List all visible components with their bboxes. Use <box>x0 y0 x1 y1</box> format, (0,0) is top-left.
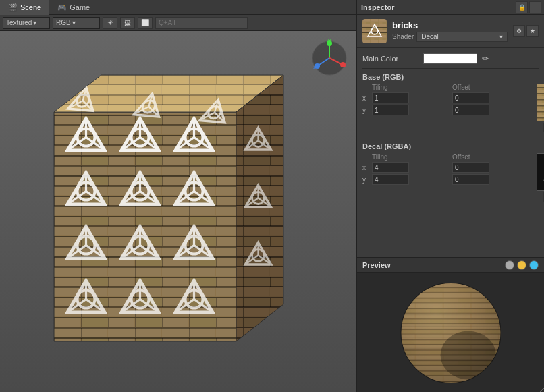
tiling-header: Tiling Offset <box>362 84 531 91</box>
preview-controls <box>505 260 539 270</box>
d-x-axis-label: x <box>362 164 371 171</box>
d-offset-col-label: Offset <box>452 153 489 161</box>
decal-rgba-section: Decal (RGBA) Tiling Offset <box>362 142 539 202</box>
star-button[interactable]: ★ <box>526 25 539 37</box>
y-axis-label: y <box>362 107 371 114</box>
material-header-btns: ⚙ ★ <box>513 25 539 37</box>
shader-label: Shader <box>392 33 414 40</box>
right-panel: Inspector 🔒 ☰ <box>356 0 544 392</box>
decal-texture-preview[interactable] <box>537 153 544 191</box>
base-tiling-x-input[interactable] <box>372 92 409 103</box>
tab-bar: 🎬 Scene 🎮 Game <box>0 0 356 15</box>
shader-chevron-icon: ▾ <box>499 33 503 40</box>
material-header: bricks Shader Decal ▾ ⚙ ★ <box>357 15 544 48</box>
decal-rgba-controls: Tiling Offset x <box>362 153 531 186</box>
inspector-tab-bar: Inspector 🔒 ☰ <box>357 0 544 15</box>
material-name: bricks <box>392 20 508 30</box>
scene-background: y x z <box>0 31 356 392</box>
offset-col-label: Offset <box>452 84 489 91</box>
preview-circle-1[interactable] <box>505 260 514 270</box>
scene-tab-label: Scene <box>20 0 41 15</box>
scene-icon: 🎬 <box>8 0 18 15</box>
base-rgb-controls: Tiling Offset x <box>362 84 531 117</box>
game-icon: 🎮 <box>57 0 67 15</box>
decal-rgba-title: Decal (RGBA) <box>362 142 539 150</box>
grid-button[interactable]: ⬜ <box>138 17 153 29</box>
inspector-body: Main Color ✏ Base (RGB) Tiling <box>357 48 544 257</box>
color-mode-value: RGB <box>56 19 71 26</box>
svg-rect-54 <box>362 19 387 43</box>
shading-chevron: ▾ <box>33 19 36 26</box>
lock-icon: 🔒 <box>518 4 526 11</box>
d-empty-header <box>362 153 371 161</box>
empty-col <box>410 84 451 91</box>
color-chevron: ▾ <box>72 19 76 26</box>
d-empty-col <box>410 153 451 161</box>
divider-1 <box>362 68 539 69</box>
svg-text:y: y <box>328 38 331 43</box>
shader-dropdown[interactable]: Decal ▾ <box>416 32 508 42</box>
sphere-preview-svg <box>366 273 535 392</box>
decal-y-row: y <box>362 174 531 185</box>
preview-section: Preview <box>357 257 544 392</box>
shader-value-text: Decal <box>421 33 439 40</box>
decal-texture-container: Select <box>537 153 544 202</box>
preview-circle-3[interactable] <box>529 260 539 270</box>
search-input[interactable] <box>155 17 248 29</box>
game-tab-label: Game <box>70 0 90 15</box>
base-rgb-title: Base (RGB) <box>362 73 539 81</box>
cube-svg <box>0 45 324 392</box>
settings-button[interactable]: ⚙ <box>513 25 525 37</box>
base-texture-preview[interactable] <box>537 84 544 121</box>
sun-button[interactable]: ☀ <box>103 17 117 29</box>
tab-scene[interactable]: 🎬 Scene <box>0 0 49 15</box>
base-tiling-y-input[interactable] <box>372 105 409 115</box>
inspector-tab-label: Inspector <box>357 3 395 11</box>
main-color-label: Main Color <box>362 55 423 63</box>
base-rgb-row: Tiling Offset x <box>362 84 539 132</box>
divider-2 <box>362 138 539 138</box>
preview-circle-2[interactable] <box>517 260 526 270</box>
lock-button[interactable]: 🔒 <box>516 1 528 13</box>
base-y-row: y <box>362 105 531 115</box>
main-color-row: Main Color ✏ <box>362 53 539 64</box>
image-button[interactable]: 🖼 <box>120 17 135 29</box>
eyedropper-button[interactable]: ✏ <box>480 53 491 64</box>
scene-view[interactable]: y x z <box>0 31 356 392</box>
svg-rect-62 <box>537 84 544 121</box>
decal-tiling-x-input[interactable] <box>372 162 409 173</box>
menu-button[interactable]: ☰ <box>529 1 541 13</box>
svg-point-122 <box>440 331 495 379</box>
svg-text:z: z <box>313 65 316 69</box>
preview-header: Preview <box>357 258 544 273</box>
empty-col2 <box>491 84 531 91</box>
main-color-value: ✏ <box>423 53 539 64</box>
d-tiling-col-label: Tiling <box>372 153 409 161</box>
base-x-row: x <box>362 92 531 103</box>
shading-dropdown[interactable]: Textured ▾ <box>3 17 50 29</box>
svg-rect-63 <box>537 154 544 191</box>
color-swatch[interactable] <box>423 53 477 64</box>
axis-widget: y x z <box>309 38 350 78</box>
decal-tiling-header: Tiling Offset <box>362 153 531 161</box>
base-texture-container: Select <box>537 84 544 132</box>
decal-tiling-y-input[interactable] <box>372 174 409 185</box>
material-thumbnail[interactable] <box>362 19 387 43</box>
color-mode-dropdown[interactable]: RGB ▾ <box>53 17 100 29</box>
empty-header <box>362 84 371 91</box>
base-offset-x-input[interactable] <box>452 92 489 103</box>
decal-rgba-row: Tiling Offset x <box>362 153 539 202</box>
svg-text:x: x <box>344 63 347 68</box>
preview-body[interactable] <box>357 273 544 392</box>
settings-icon: ⚙ <box>516 28 522 34</box>
tab-game[interactable]: 🎮 Game <box>49 0 98 15</box>
sun-icon: ☀ <box>107 19 113 26</box>
inspector-toolbar: 🔒 ☰ <box>516 1 541 13</box>
resize-handle[interactable] <box>539 387 544 392</box>
decal-x-row: x <box>362 162 531 173</box>
scene-toolbar: Textured ▾ RGB ▾ ☀ 🖼 ⬜ <box>0 15 356 31</box>
decal-offset-x-input[interactable] <box>452 162 489 173</box>
tiling-col-label: Tiling <box>372 84 409 91</box>
decal-offset-y-input[interactable] <box>452 174 489 185</box>
base-offset-y-input[interactable] <box>452 105 489 115</box>
